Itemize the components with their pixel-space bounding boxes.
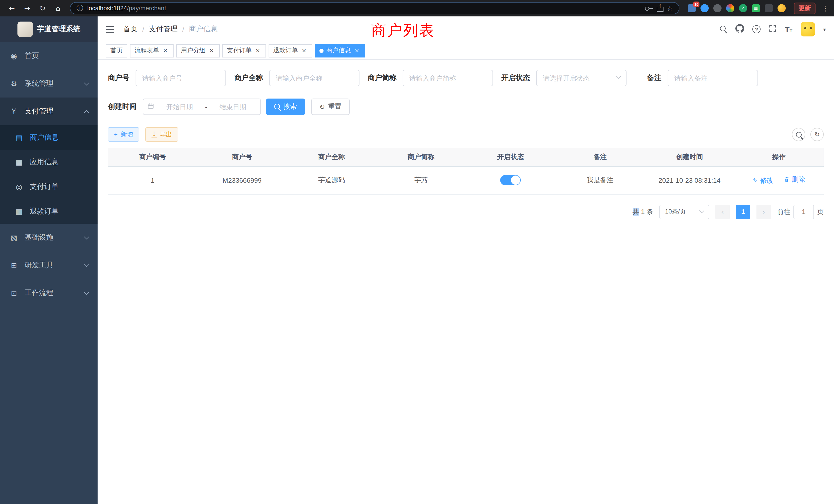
extension-icon[interactable]: 10 [688, 4, 696, 12]
close-icon[interactable]: × [254, 47, 261, 54]
password-key-icon[interactable] [645, 6, 653, 10]
status-select-input[interactable] [536, 70, 627, 86]
tab-pay-order[interactable]: 支付订单× [222, 44, 266, 57]
tab-label: 支付订单 [227, 46, 251, 55]
reload-icon[interactable]: ↻ [36, 4, 49, 12]
breadcrumb-section[interactable]: 支付管理 [149, 25, 178, 34]
sidebar-item-home[interactable]: ◉ 首页 [0, 42, 97, 70]
red-annotation: 商户列表 [371, 21, 435, 41]
filter-label: 商户简称 [368, 73, 396, 83]
start-date-input[interactable] [156, 103, 203, 111]
extension-icon[interactable] [726, 4, 734, 12]
tab-process-form[interactable]: 流程表单× [130, 44, 174, 57]
export-button[interactable]: ↓导出 [145, 127, 178, 142]
close-icon[interactable]: × [162, 47, 169, 54]
sidebar-item-label: 支付订单 [30, 182, 88, 191]
extension-icon[interactable] [765, 4, 773, 12]
browser-menu-icon[interactable]: ⋮ [822, 4, 829, 12]
filter-merchant-short: 商户简称 [368, 70, 493, 86]
sidebar-item-refund-order[interactable]: ▥ 退款订单 [0, 199, 97, 224]
bookmark-star-icon[interactable]: ☆ [667, 4, 673, 12]
toggle-search-button[interactable] [792, 128, 805, 141]
chevron-down-icon [84, 234, 89, 239]
sidebar-item-merchant-info[interactable]: ▤ 商户信息 [0, 125, 97, 150]
close-icon[interactable]: × [353, 47, 360, 54]
page-size-select[interactable]: 10条/页 [659, 205, 709, 219]
extension-icon[interactable] [713, 4, 722, 12]
profile-avatar-icon[interactable] [777, 4, 786, 12]
end-date-input[interactable] [209, 103, 256, 111]
tab-refund-order[interactable]: 退款订单× [269, 44, 312, 57]
tab-merchant-info[interactable]: 商户信息× [315, 44, 365, 57]
browser-update-button[interactable]: 更新 [794, 2, 815, 14]
add-button-label: 新增 [121, 130, 133, 139]
merchant-short-input[interactable] [403, 70, 493, 86]
tab-label: 流程表单 [135, 46, 159, 55]
filter-row-2: 创建时间 - 搜索 ↻重置 [108, 98, 824, 115]
delete-button[interactable]: 删除 [784, 175, 805, 184]
site-info-icon[interactable]: ⓘ [76, 4, 83, 13]
edit-label: 修改 [760, 176, 773, 185]
back-icon[interactable]: ← [5, 4, 19, 12]
table-header: 创建时间 [645, 148, 734, 166]
sidebar-item-infrastructure[interactable]: ▧ 基础设施 [0, 224, 97, 251]
app-logo[interactable]: 芋道管理系统 [0, 17, 97, 42]
date-range-picker[interactable]: - [143, 98, 261, 115]
chevron-up-icon [84, 110, 89, 115]
extensions-area: 10 [688, 4, 786, 12]
prev-page-button[interactable]: ‹ [716, 205, 730, 219]
filter-label: 创建时间 [108, 102, 137, 111]
sidebar-item-workflow[interactable]: ⊡ 工作流程 [0, 279, 97, 307]
github-icon[interactable] [736, 24, 744, 35]
tab-user-group[interactable]: 用户分组× [176, 44, 220, 57]
close-icon[interactable]: × [208, 47, 215, 54]
share-icon[interactable] [657, 5, 663, 12]
sidebar-item-app-info[interactable]: ▦ 应用信息 [0, 150, 97, 175]
edit-button[interactable]: ✎修改 [753, 176, 773, 185]
user-avatar[interactable] [800, 22, 815, 37]
fullscreen-icon[interactable] [769, 24, 777, 34]
add-button[interactable]: +新增 [108, 127, 139, 142]
reset-button[interactable]: ↻重置 [311, 98, 350, 115]
merchant-no-input[interactable] [136, 70, 226, 86]
cell-merchant-id: 1 [108, 166, 197, 194]
page-button-1[interactable]: 1 [736, 205, 750, 219]
extension-icon[interactable] [752, 4, 760, 12]
close-icon[interactable]: × [301, 47, 308, 54]
hamburger-icon[interactable] [106, 26, 114, 33]
sidebar-item-system[interactable]: ⚙ 系统管理 [0, 70, 97, 97]
status-toggle[interactable] [500, 175, 521, 185]
next-page-button[interactable]: › [756, 205, 771, 219]
cell-merchant-no: M233666999 [197, 166, 287, 194]
breadcrumb-home[interactable]: 首页 [123, 25, 138, 34]
browser-home-icon[interactable]: ⌂ [51, 4, 65, 12]
browser-toolbar: ← → ↻ ⌂ ⓘ localhost:1024/pay/merchant ☆ … [0, 0, 834, 17]
sidebar-item-payment[interactable]: ¥ 支付管理 [0, 97, 97, 125]
sidebar-item-pay-order[interactable]: ◎ 支付订单 [0, 175, 97, 199]
font-size-icon[interactable]: TT [785, 25, 792, 33]
remark-input[interactable] [667, 70, 758, 86]
forward-icon[interactable]: → [21, 4, 34, 12]
extension-icon[interactable] [701, 4, 709, 12]
caret-down-icon[interactable]: ▾ [823, 26, 826, 32]
logo-image [17, 22, 32, 37]
table-header: 操作 [734, 148, 824, 166]
goto-page-input[interactable] [793, 205, 814, 219]
page-unit-label: 页 [817, 207, 824, 216]
tab-label: 首页 [110, 46, 123, 55]
app-title: 芋道管理系统 [37, 25, 80, 34]
url-bar[interactable]: ⓘ localhost:1024/pay/merchant ☆ [70, 2, 679, 14]
chevron-down-icon [699, 208, 704, 213]
tab-home[interactable]: 首页 [106, 44, 127, 57]
status-select[interactable] [536, 70, 627, 86]
extension-icon[interactable] [739, 4, 747, 12]
edit-icon: ✎ [753, 177, 758, 184]
search-button[interactable]: 搜索 [266, 98, 305, 115]
refresh-table-button[interactable]: ↻ [810, 128, 824, 141]
help-icon[interactable]: ? [753, 25, 761, 33]
pay-order-icon: ◎ [14, 183, 24, 191]
sidebar-item-dev-tools[interactable]: ⊞ 研发工具 [0, 251, 97, 279]
merchant-name-input[interactable] [269, 70, 359, 86]
search-icon[interactable] [720, 26, 727, 33]
tab-label: 退款订单 [273, 46, 298, 55]
